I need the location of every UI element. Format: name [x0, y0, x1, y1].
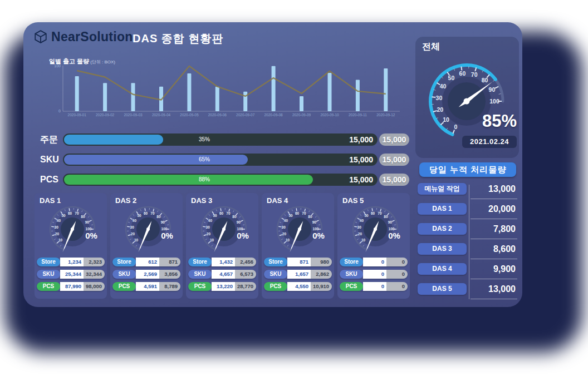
das-stat-row-sku: SKU2,5693,856 — [112, 270, 180, 279]
das-stat-total: 32,344 — [84, 270, 105, 279]
svg-text:20: 20 — [131, 232, 135, 236]
daily-row-label: DAS 5 — [418, 283, 467, 295]
das-gauge-percent: 0% — [232, 231, 254, 240]
svg-text:70: 70 — [226, 211, 231, 215]
svg-text:40: 40 — [360, 219, 364, 222]
daily-row-value: 8,600 — [471, 243, 516, 256]
progress-value: 15,000 — [349, 174, 373, 186]
page-title: DAS 종합 현황판 — [133, 31, 223, 46]
svg-text:2020-09-04: 2020-09-04 — [152, 113, 171, 117]
daily-row-underline — [471, 259, 517, 259]
das-stat-row-pcs: PCS4,5918,789 — [112, 282, 180, 291]
svg-text:80: 80 — [232, 215, 237, 219]
das-stat-current: 87,990 — [60, 282, 84, 291]
svg-text:10: 10 — [443, 116, 449, 123]
das-panel-title: DAS 3 — [191, 196, 212, 205]
das-stat-label: Store — [188, 258, 212, 266]
das-stat-total: 980 — [311, 258, 332, 266]
svg-text:60: 60 — [295, 211, 300, 215]
progress-percent: 35% — [63, 133, 346, 146]
das-stat-row-store: Store1,4322,456 — [188, 258, 256, 266]
das-stat-current: 871 — [287, 258, 311, 266]
svg-text:0: 0 — [454, 123, 458, 130]
das-panel-title: DAS 2 — [115, 196, 136, 205]
nearsolution-logo-icon — [33, 29, 48, 44]
svg-text:0: 0 — [58, 109, 61, 113]
das-stat-total: 8,789 — [159, 282, 180, 291]
daily-row-label: DAS 2 — [418, 223, 467, 235]
svg-text:90: 90 — [237, 220, 241, 224]
svg-text:2020-09-12: 2020-09-12 — [376, 113, 395, 117]
das-stat-current: 1,657 — [287, 270, 311, 279]
das-stat-total: 98,000 — [84, 282, 105, 291]
daily-row-label: DAS 3 — [418, 243, 467, 255]
das-stat-label: SKU — [112, 270, 136, 279]
das-stat-row-sku: SKU00 — [340, 270, 408, 279]
daily-list-divider — [469, 185, 469, 299]
progress-value: 15,000 — [349, 154, 373, 166]
das-stat-row-pcs: PCS87,99098,000 — [37, 282, 105, 291]
svg-text:70: 70 — [150, 211, 155, 215]
das-stat-current: 2,569 — [136, 270, 159, 279]
das-stat-current: 25,344 — [60, 270, 84, 279]
progress-total: 15,000 — [379, 154, 409, 166]
svg-text:70: 70 — [471, 71, 478, 78]
das-gauge-percent: 0% — [383, 231, 405, 240]
svg-text:90: 90 — [161, 220, 165, 224]
daily-row-label: 메뉴얼 작업 — [418, 183, 467, 195]
progress-track: 35%15,000 — [63, 133, 378, 146]
svg-text:20: 20 — [282, 232, 287, 236]
svg-text:2020-09-06: 2020-09-06 — [208, 113, 227, 117]
svg-text:80: 80 — [308, 215, 312, 219]
svg-text:40: 40 — [133, 219, 137, 222]
daily-row-value: 9,900 — [471, 263, 516, 276]
svg-text:30: 30 — [436, 95, 443, 101]
overall-date-badge: 2021.02.24 — [462, 136, 517, 148]
das-stat-label: SKU — [340, 270, 363, 279]
svg-text:50: 50 — [137, 214, 141, 217]
svg-text:50: 50 — [288, 214, 293, 217]
brand-name: NearSolution — [51, 29, 133, 44]
das-stat-row-sku: SKU4,6576,573 — [188, 270, 256, 279]
svg-text:50: 50 — [364, 214, 369, 217]
das-stat-label: Store — [264, 258, 287, 266]
das-panel-3: DAS 31020304050607080901000%Store1,4322,… — [186, 193, 258, 299]
daily-shipment-chart: 10002020-09-012020-09-022020-09-032020-0… — [46, 62, 403, 119]
overall-percent: 85% — [463, 111, 517, 131]
das-stat-current: 0 — [363, 258, 386, 266]
svg-text:30: 30 — [282, 225, 286, 229]
svg-text:60: 60 — [371, 211, 375, 215]
das-panel-4: DAS 41020304050607080901000%Store871980S… — [262, 193, 334, 299]
das-stat-current: 1,432 — [212, 258, 235, 266]
das-stat-label: PCS — [188, 282, 212, 291]
das-stat-label: Store — [340, 258, 363, 266]
svg-text:2020-09-02: 2020-09-02 — [96, 113, 115, 117]
svg-text:70: 70 — [378, 211, 382, 215]
das-stat-row-pcs: PCS00 — [340, 282, 408, 291]
svg-text:2020-09-03: 2020-09-03 — [124, 113, 143, 117]
das-stat-total: 0 — [386, 258, 408, 266]
daily-row-underline — [471, 199, 517, 199]
svg-text:60: 60 — [459, 70, 466, 77]
svg-text:10: 10 — [210, 238, 214, 242]
das-stat-total: 0 — [386, 270, 408, 279]
das-stat-current: 1,234 — [60, 258, 84, 266]
das-stat-row-store: Store612871 — [112, 258, 180, 266]
svg-text:70: 70 — [75, 211, 79, 215]
svg-text:10: 10 — [58, 238, 63, 242]
das-stat-total: 871 — [159, 258, 180, 266]
das-stat-row-store: Store00 — [340, 258, 408, 266]
das-stat-label: SKU — [188, 270, 212, 279]
svg-text:30: 30 — [55, 225, 59, 229]
progress-label: 주문 — [40, 133, 61, 146]
das-panel-5: DAS 51020304050607080901000%Store00SKU00… — [337, 193, 410, 299]
svg-text:90: 90 — [489, 86, 496, 93]
das-stat-label: Store — [112, 258, 136, 266]
das-stat-label: PCS — [37, 282, 60, 291]
svg-text:20: 20 — [55, 232, 60, 236]
svg-text:50: 50 — [213, 214, 217, 217]
das-stat-total: 2,456 — [235, 258, 256, 266]
daily-total-header: 당일 누적 처리물량 — [419, 162, 516, 177]
svg-text:2020-09-10: 2020-09-10 — [320, 113, 339, 117]
progress-track: 65%15,000 — [63, 154, 378, 166]
